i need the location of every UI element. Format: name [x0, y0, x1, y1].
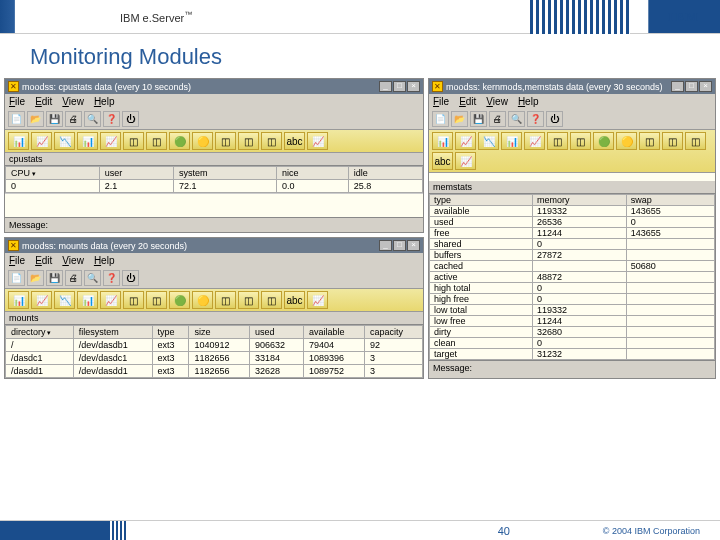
chart-button-5[interactable]: ◫ — [123, 291, 144, 309]
menu-view[interactable]: View — [62, 255, 84, 266]
table-row[interactable]: low free11244 — [430, 316, 715, 327]
chart-button-5[interactable]: ◫ — [547, 132, 568, 150]
toolbar-button-4[interactable]: 🔍 — [84, 270, 101, 286]
toolbar-button-0[interactable]: 📄 — [8, 111, 25, 127]
chart-button-3[interactable]: 📊 — [77, 291, 98, 309]
table-row[interactable]: available119332143655 — [430, 206, 715, 217]
col-header[interactable]: type — [152, 326, 189, 339]
chart-button-0[interactable]: 📊 — [8, 291, 29, 309]
col-header[interactable]: nice — [276, 167, 348, 180]
col-header[interactable]: user — [99, 167, 173, 180]
table-row[interactable]: /dasdd1/dev/dasdd1ext3118265632628108975… — [6, 365, 423, 378]
chart-button-4[interactable]: 📈 — [100, 291, 121, 309]
chart-button-2[interactable]: 📉 — [54, 291, 75, 309]
titlebar-cpustats[interactable]: ✕ moodss: cpustats data (every 10 second… — [5, 79, 423, 94]
menu-edit[interactable]: Edit — [459, 96, 476, 107]
chart-button-10[interactable]: ◫ — [238, 132, 259, 150]
table-row[interactable]: active48872 — [430, 272, 715, 283]
toolbar-button-5[interactable]: ❓ — [527, 111, 544, 127]
table-row[interactable]: shared0 — [430, 239, 715, 250]
chart-button-10[interactable]: ◫ — [662, 132, 683, 150]
chart-button-0[interactable]: 📊 — [8, 132, 29, 150]
chart-button-5[interactable]: ◫ — [123, 132, 144, 150]
chart-button-6[interactable]: ◫ — [146, 291, 167, 309]
toolbar-button-0[interactable]: 📄 — [8, 270, 25, 286]
table-row[interactable]: /dasdc1/dev/dasdc1ext3118265633184108939… — [6, 352, 423, 365]
minimize-button[interactable]: _ — [379, 240, 392, 251]
table-row[interactable]: free11244143655 — [430, 228, 715, 239]
menu-help[interactable]: Help — [94, 255, 115, 266]
chart-button-6[interactable]: ◫ — [146, 132, 167, 150]
toolbar-button-2[interactable]: 💾 — [46, 111, 63, 127]
chart-button-3[interactable]: 📊 — [77, 132, 98, 150]
table-row[interactable]: used265360 — [430, 217, 715, 228]
titlebar-memstats[interactable]: ✕ moodss: kernmods,memstats data (every … — [429, 79, 715, 94]
table-row[interactable]: dirty32680 — [430, 327, 715, 338]
chart-button-10[interactable]: ◫ — [238, 291, 259, 309]
toolbar-button-6[interactable]: ⏻ — [546, 111, 563, 127]
toolbar-button-1[interactable]: 📂 — [451, 111, 468, 127]
chart-button-12[interactable]: abc — [284, 291, 305, 309]
chart-button-9[interactable]: ◫ — [215, 132, 236, 150]
toolbar-button-3[interactable]: 🖨 — [65, 270, 82, 286]
table-row[interactable]: high total0 — [430, 283, 715, 294]
chart-button-8[interactable]: 🟡 — [192, 132, 213, 150]
chart-button-3[interactable]: 📊 — [501, 132, 522, 150]
table-row[interactable]: buffers27872 — [430, 250, 715, 261]
chart-button-11[interactable]: ◫ — [261, 132, 282, 150]
chart-button-13[interactable]: 📈 — [307, 291, 328, 309]
menu-file[interactable]: File — [9, 96, 25, 107]
col-header[interactable]: idle — [348, 167, 422, 180]
chart-button-1[interactable]: 📈 — [31, 291, 52, 309]
table-row[interactable]: 02.172.10.025.8 — [6, 180, 423, 193]
minimize-button[interactable]: _ — [671, 81, 684, 92]
chart-button-11[interactable]: ◫ — [261, 291, 282, 309]
toolbar-button-4[interactable]: 🔍 — [508, 111, 525, 127]
maximize-button[interactable]: □ — [685, 81, 698, 92]
col-header[interactable]: used — [249, 326, 303, 339]
chart-button-9[interactable]: ◫ — [215, 291, 236, 309]
chart-button-11[interactable]: ◫ — [685, 132, 706, 150]
close-button[interactable]: × — [407, 240, 420, 251]
toolbar-button-2[interactable]: 💾 — [46, 270, 63, 286]
minimize-button[interactable]: _ — [379, 81, 392, 92]
table-row[interactable]: cached50680 — [430, 261, 715, 272]
col-header[interactable]: capacity — [365, 326, 423, 339]
table-row[interactable]: target31232 — [430, 349, 715, 360]
chart-button-2[interactable]: 📉 — [54, 132, 75, 150]
col-header[interactable]: memory — [532, 195, 626, 206]
chart-button-7[interactable]: 🟢 — [169, 132, 190, 150]
chart-button-12[interactable]: abc — [432, 152, 453, 170]
chart-button-4[interactable]: 📈 — [100, 132, 121, 150]
col-header[interactable]: filesystem — [73, 326, 152, 339]
toolbar-button-2[interactable]: 💾 — [470, 111, 487, 127]
table-row[interactable]: low total119332 — [430, 305, 715, 316]
toolbar-button-5[interactable]: ❓ — [103, 270, 120, 286]
col-header[interactable]: size — [189, 326, 250, 339]
chart-button-2[interactable]: 📉 — [478, 132, 499, 150]
menu-file[interactable]: File — [9, 255, 25, 266]
col-header[interactable]: CPU — [6, 167, 100, 180]
chart-button-0[interactable]: 📊 — [432, 132, 453, 150]
toolbar-button-3[interactable]: 🖨 — [489, 111, 506, 127]
col-header[interactable]: system — [174, 167, 277, 180]
col-header[interactable]: directory — [6, 326, 74, 339]
col-header[interactable]: type — [430, 195, 533, 206]
chart-button-8[interactable]: 🟡 — [192, 291, 213, 309]
toolbar-button-4[interactable]: 🔍 — [84, 111, 101, 127]
chart-button-6[interactable]: ◫ — [570, 132, 591, 150]
table-row[interactable]: //dev/dasdb1ext310409129066327940492 — [6, 339, 423, 352]
chart-button-13[interactable]: 📈 — [455, 152, 476, 170]
col-header[interactable]: swap — [626, 195, 714, 206]
menu-view[interactable]: View — [486, 96, 508, 107]
menu-help[interactable]: Help — [518, 96, 539, 107]
chart-button-9[interactable]: ◫ — [639, 132, 660, 150]
toolbar-button-6[interactable]: ⏻ — [122, 270, 139, 286]
close-button[interactable]: × — [699, 81, 712, 92]
table-row[interactable]: high free0 — [430, 294, 715, 305]
chart-button-4[interactable]: 📈 — [524, 132, 545, 150]
menu-view[interactable]: View — [62, 96, 84, 107]
toolbar-button-0[interactable]: 📄 — [432, 111, 449, 127]
menu-file[interactable]: File — [433, 96, 449, 107]
chart-button-13[interactable]: 📈 — [307, 132, 328, 150]
